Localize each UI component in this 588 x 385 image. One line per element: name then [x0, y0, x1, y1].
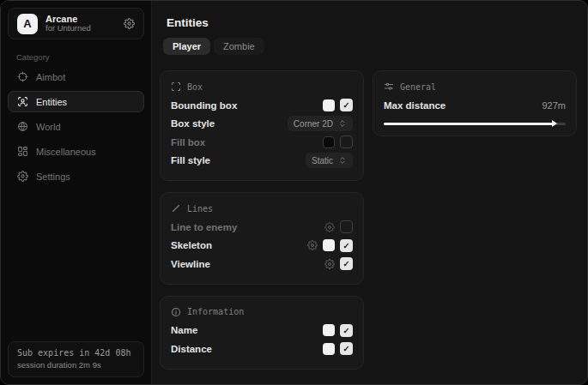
sidebar-item-aimbot[interactable]: Aimbot: [8, 66, 144, 87]
color-swatch[interactable]: [323, 239, 335, 251]
chevrons-up-down-icon: [338, 156, 347, 165]
select-value: Corner 2D: [294, 119, 333, 129]
sidebar-item-label: Settings: [36, 171, 70, 182]
setting-row-fill-box: Fill box: [171, 133, 353, 152]
chevrons-up-down-icon: [338, 119, 347, 128]
color-swatch[interactable]: [323, 343, 335, 355]
general-section-header: General: [384, 81, 566, 92]
checkbox-checked[interactable]: ✓: [340, 239, 353, 252]
brand-text: Arcane for Unturned: [45, 14, 91, 34]
gear-icon[interactable]: [324, 259, 335, 269]
checkbox-checked[interactable]: ✓: [340, 324, 353, 337]
setting-row-max-distance: Max distance 927m: [384, 96, 566, 115]
info-icon: [171, 307, 181, 317]
tab-zombie[interactable]: Zombie: [214, 38, 264, 55]
left-column: Box Bounding box ✓ Box style Corner 2D: [160, 70, 364, 370]
row-controls: ✓: [323, 342, 353, 355]
app-window: A Arcane for Unturned Category Aimbot: [0, 0, 588, 385]
row-controls: ✓: [323, 99, 353, 111]
row-controls: ✓: [307, 239, 353, 252]
entities-icon: [17, 96, 28, 107]
checkbox-unchecked[interactable]: [340, 135, 353, 148]
fill-style-select[interactable]: Static: [306, 153, 353, 168]
row-controls: [323, 135, 353, 148]
setting-label: Viewline: [171, 259, 210, 269]
row-controls: ✓: [324, 257, 353, 270]
color-swatch[interactable]: [323, 324, 335, 336]
session-duration-text: session duration 2m 9s: [17, 360, 135, 370]
setting-row-skeleton: Skeleton ✓: [171, 237, 353, 256]
app-logo: A: [17, 14, 38, 34]
row-controls: [324, 220, 353, 233]
setting-row-line-to-enemy: Line to enemy: [171, 218, 353, 237]
check-icon: ✓: [343, 326, 350, 335]
checkbox-checked[interactable]: ✓: [340, 257, 353, 270]
information-section-header: Information: [171, 307, 353, 317]
setting-label: Line to enemy: [171, 222, 237, 232]
slider-fill: [384, 123, 553, 125]
box-section-header: Box: [171, 81, 353, 92]
setting-label: Box style: [171, 118, 215, 129]
setting-label: Bounding box: [171, 100, 237, 111]
row-controls: ✓: [323, 324, 353, 337]
sidebar-item-world[interactable]: World: [8, 116, 144, 137]
box-style-select[interactable]: Corner 2D: [288, 116, 353, 131]
sidebar-item-settings[interactable]: Settings: [8, 165, 144, 187]
sidebar: A Arcane for Unturned Category Aimbot: [1, 1, 152, 384]
setting-label: Skeleton: [171, 240, 212, 250]
setting-row-box-style: Box style Corner 2D: [171, 115, 353, 134]
sidebar-item-entities[interactable]: Entities: [8, 91, 144, 112]
main-content: Entities Player Zombie Box Bounding box: [152, 1, 587, 384]
gear-icon[interactable]: [307, 240, 318, 250]
check-icon: ✓: [343, 100, 350, 110]
box-section-card: Box Bounding box ✓ Box style Corner 2D: [160, 70, 364, 181]
setting-row-distance: Distance ✓: [171, 340, 353, 358]
sidebar-item-label: World: [36, 122, 61, 132]
color-swatch[interactable]: [323, 136, 335, 148]
checkbox-unchecked[interactable]: [340, 220, 353, 233]
section-title: General: [400, 82, 436, 92]
sidebar-item-label: Entities: [36, 97, 67, 107]
slider-thumb[interactable]: [552, 120, 557, 127]
diagonal-line-icon: [171, 203, 181, 214]
max-distance-slider[interactable]: [384, 123, 566, 125]
check-icon: ✓: [343, 241, 350, 250]
check-icon: ✓: [343, 344, 350, 353]
slider-value: 927m: [542, 100, 566, 111]
setting-label: Distance: [171, 344, 212, 354]
sidebar-nav: Aimbot Entities World Miscellaneous: [8, 66, 144, 187]
select-value: Static: [312, 156, 333, 165]
gear-icon: [17, 171, 28, 182]
page-title: Entities: [167, 16, 575, 29]
setting-row-fill-style: Fill style Static: [171, 152, 353, 171]
sidebar-item-label: Miscellaneous: [36, 147, 96, 157]
setting-row-bounding-box: Bounding box ✓: [171, 96, 353, 115]
color-swatch[interactable]: [323, 99, 335, 111]
information-section-card: Information Name ✓ Distance ✓: [160, 296, 364, 370]
checkbox-checked[interactable]: ✓: [340, 342, 353, 355]
scan-brackets-icon: [171, 81, 181, 92]
setting-label: Fill style: [171, 155, 210, 165]
sliders-icon: [384, 81, 394, 92]
gear-icon[interactable]: [324, 222, 335, 232]
crosshair-icon: [17, 71, 28, 82]
right-column: General Max distance 927m: [373, 70, 577, 136]
globe-icon: [17, 121, 28, 132]
section-title: Lines: [187, 204, 213, 214]
dashboard-icon: [17, 146, 28, 157]
sidebar-item-miscellaneous[interactable]: Miscellaneous: [8, 141, 144, 162]
lines-section-header: Lines: [171, 203, 353, 214]
setting-row-name: Name ✓: [171, 322, 353, 340]
general-section-card: General Max distance 927m: [373, 70, 577, 136]
setting-label: Fill box: [171, 137, 205, 147]
sidebar-item-label: Aimbot: [36, 72, 65, 82]
checkbox-checked[interactable]: ✓: [340, 99, 353, 111]
gear-icon[interactable]: [124, 18, 135, 29]
tab-player[interactable]: Player: [163, 38, 210, 55]
tab-bar: Player Zombie: [163, 38, 575, 55]
category-label: Category: [16, 52, 136, 62]
app-subtitle: for Unturned: [45, 24, 91, 33]
subscription-info-card: Sub expires in 42d 08h session duration …: [8, 341, 144, 377]
sub-expires-text: Sub expires in 42d 08h: [17, 348, 135, 358]
lines-section-card: Lines Line to enemy Skeleton: [160, 192, 364, 285]
